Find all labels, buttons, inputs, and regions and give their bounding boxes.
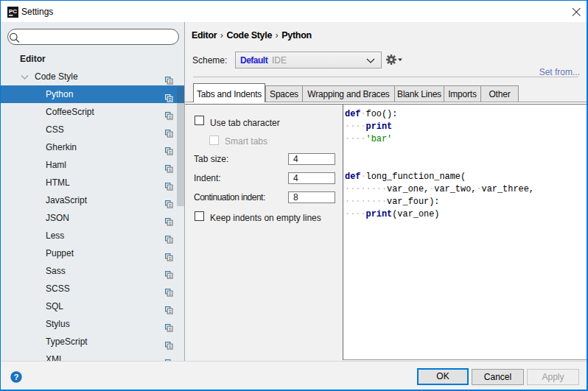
svg-text:PC: PC xyxy=(9,8,17,15)
svg-text:?: ? xyxy=(14,373,19,381)
